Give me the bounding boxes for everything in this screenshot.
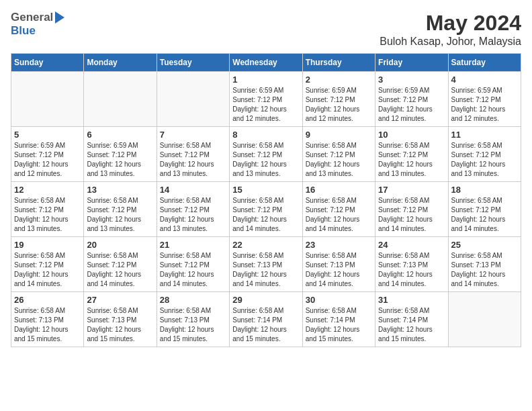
calendar-cell <box>84 72 157 127</box>
weekday-header: Friday <box>375 54 448 72</box>
day-number: 8 <box>232 130 299 140</box>
day-info: Sunrise: 6:59 AM Sunset: 7:12 PM Dayligh… <box>378 86 445 124</box>
day-info: Sunrise: 6:58 AM Sunset: 7:12 PM Dayligh… <box>378 141 445 179</box>
title-area: May 2024 Buloh Kasap, Johor, Malaysia <box>380 11 521 48</box>
day-number: 12 <box>14 185 81 195</box>
day-info: Sunrise: 6:58 AM Sunset: 7:13 PM Dayligh… <box>160 306 226 344</box>
day-info: Sunrise: 6:59 AM Sunset: 7:12 PM Dayligh… <box>14 141 81 179</box>
day-number: 23 <box>306 240 372 250</box>
calendar-week-row: 5Sunrise: 6:59 AM Sunset: 7:12 PM Daylig… <box>11 127 521 182</box>
day-info: Sunrise: 6:58 AM Sunset: 7:14 PM Dayligh… <box>378 306 445 344</box>
calendar-cell: 17Sunrise: 6:58 AM Sunset: 7:12 PM Dayli… <box>375 182 448 237</box>
month-title: May 2024 <box>380 11 521 36</box>
day-info: Sunrise: 6:58 AM Sunset: 7:12 PM Dayligh… <box>232 196 299 234</box>
calendar-cell: 25Sunrise: 6:58 AM Sunset: 7:13 PM Dayli… <box>448 237 521 292</box>
day-number: 22 <box>232 240 299 250</box>
day-number: 3 <box>378 75 445 85</box>
day-info: Sunrise: 6:58 AM Sunset: 7:13 PM Dayligh… <box>306 251 372 289</box>
calendar-cell: 10Sunrise: 6:58 AM Sunset: 7:12 PM Dayli… <box>375 127 448 182</box>
day-number: 10 <box>378 130 445 140</box>
calendar-cell: 6Sunrise: 6:59 AM Sunset: 7:12 PM Daylig… <box>84 127 157 182</box>
day-info: Sunrise: 6:58 AM Sunset: 7:12 PM Dayligh… <box>14 196 81 234</box>
calendar-cell: 8Sunrise: 6:58 AM Sunset: 7:12 PM Daylig… <box>230 127 302 182</box>
calendar-cell: 16Sunrise: 6:58 AM Sunset: 7:12 PM Dayli… <box>302 182 375 237</box>
calendar-cell: 29Sunrise: 6:58 AM Sunset: 7:14 PM Dayli… <box>230 292 302 347</box>
day-number: 6 <box>87 130 153 140</box>
calendar-week-row: 12Sunrise: 6:58 AM Sunset: 7:12 PM Dayli… <box>11 182 521 237</box>
day-info: Sunrise: 6:59 AM Sunset: 7:12 PM Dayligh… <box>87 141 153 179</box>
day-info: Sunrise: 6:58 AM Sunset: 7:12 PM Dayligh… <box>451 141 518 179</box>
day-info: Sunrise: 6:58 AM Sunset: 7:12 PM Dayligh… <box>160 251 226 289</box>
logo-blue: Blue <box>11 24 36 38</box>
weekday-header: Wednesday <box>230 54 302 72</box>
day-number: 21 <box>160 240 226 250</box>
day-number: 5 <box>14 130 81 140</box>
calendar-cell: 1Sunrise: 6:59 AM Sunset: 7:12 PM Daylig… <box>230 72 302 127</box>
calendar-cell: 11Sunrise: 6:58 AM Sunset: 7:12 PM Dayli… <box>448 127 521 182</box>
day-number: 14 <box>160 185 226 195</box>
day-number: 19 <box>14 240 81 250</box>
calendar-cell: 19Sunrise: 6:58 AM Sunset: 7:12 PM Dayli… <box>11 237 84 292</box>
day-info: Sunrise: 6:58 AM Sunset: 7:12 PM Dayligh… <box>160 196 226 234</box>
calendar-cell: 24Sunrise: 6:58 AM Sunset: 7:13 PM Dayli… <box>375 237 448 292</box>
day-info: Sunrise: 6:59 AM Sunset: 7:12 PM Dayligh… <box>232 86 299 124</box>
day-info: Sunrise: 6:58 AM Sunset: 7:12 PM Dayligh… <box>451 196 518 234</box>
calendar-cell: 30Sunrise: 6:58 AM Sunset: 7:14 PM Dayli… <box>302 292 375 347</box>
day-number: 15 <box>232 185 299 195</box>
calendar-cell <box>157 72 229 127</box>
calendar-cell: 4Sunrise: 6:59 AM Sunset: 7:12 PM Daylig… <box>448 72 521 127</box>
calendar-header-row: SundayMondayTuesdayWednesdayThursdayFrid… <box>11 54 521 72</box>
day-number: 16 <box>306 185 372 195</box>
logo-icon <box>55 11 64 24</box>
calendar-week-row: 19Sunrise: 6:58 AM Sunset: 7:12 PM Dayli… <box>11 237 521 292</box>
calendar-cell: 12Sunrise: 6:58 AM Sunset: 7:12 PM Dayli… <box>11 182 84 237</box>
day-info: Sunrise: 6:59 AM Sunset: 7:12 PM Dayligh… <box>451 86 518 124</box>
calendar-week-row: 26Sunrise: 6:58 AM Sunset: 7:13 PM Dayli… <box>11 292 521 347</box>
day-info: Sunrise: 6:58 AM Sunset: 7:13 PM Dayligh… <box>87 306 153 344</box>
calendar-cell: 22Sunrise: 6:58 AM Sunset: 7:13 PM Dayli… <box>230 237 302 292</box>
day-number: 4 <box>451 75 518 85</box>
day-number: 18 <box>451 185 518 195</box>
day-number: 20 <box>87 240 153 250</box>
weekday-header: Monday <box>84 54 157 72</box>
day-number: 1 <box>232 75 299 85</box>
day-info: Sunrise: 6:59 AM Sunset: 7:12 PM Dayligh… <box>306 86 372 124</box>
calendar-cell: 7Sunrise: 6:58 AM Sunset: 7:12 PM Daylig… <box>157 127 229 182</box>
calendar-cell: 23Sunrise: 6:58 AM Sunset: 7:13 PM Dayli… <box>302 237 375 292</box>
day-number: 9 <box>306 130 372 140</box>
day-number: 24 <box>378 240 445 250</box>
calendar-cell: 2Sunrise: 6:59 AM Sunset: 7:12 PM Daylig… <box>302 72 375 127</box>
day-info: Sunrise: 6:58 AM Sunset: 7:14 PM Dayligh… <box>232 306 299 344</box>
day-info: Sunrise: 6:58 AM Sunset: 7:13 PM Dayligh… <box>451 251 518 289</box>
day-info: Sunrise: 6:58 AM Sunset: 7:12 PM Dayligh… <box>378 196 445 234</box>
day-info: Sunrise: 6:58 AM Sunset: 7:12 PM Dayligh… <box>232 141 299 179</box>
calendar-cell: 27Sunrise: 6:58 AM Sunset: 7:13 PM Dayli… <box>84 292 157 347</box>
day-info: Sunrise: 6:58 AM Sunset: 7:12 PM Dayligh… <box>14 251 81 289</box>
day-number: 17 <box>378 185 445 195</box>
day-number: 11 <box>451 130 518 140</box>
weekday-header: Saturday <box>448 54 521 72</box>
day-info: Sunrise: 6:58 AM Sunset: 7:13 PM Dayligh… <box>14 306 81 344</box>
day-number: 27 <box>87 295 153 305</box>
day-number: 2 <box>306 75 372 85</box>
calendar-cell: 9Sunrise: 6:58 AM Sunset: 7:12 PM Daylig… <box>302 127 375 182</box>
day-number: 13 <box>87 185 153 195</box>
calendar-cell: 14Sunrise: 6:58 AM Sunset: 7:12 PM Dayli… <box>157 182 229 237</box>
page-header: General Blue May 2024 Buloh Kasap, Johor… <box>11 11 521 48</box>
calendar-cell <box>448 292 521 347</box>
calendar-cell: 3Sunrise: 6:59 AM Sunset: 7:12 PM Daylig… <box>375 72 448 127</box>
day-number: 31 <box>378 295 445 305</box>
day-info: Sunrise: 6:58 AM Sunset: 7:12 PM Dayligh… <box>87 196 153 234</box>
day-info: Sunrise: 6:58 AM Sunset: 7:12 PM Dayligh… <box>306 196 372 234</box>
day-info: Sunrise: 6:58 AM Sunset: 7:12 PM Dayligh… <box>87 251 153 289</box>
calendar-cell: 21Sunrise: 6:58 AM Sunset: 7:12 PM Dayli… <box>157 237 229 292</box>
logo-general: General <box>11 11 53 24</box>
calendar-cell: 15Sunrise: 6:58 AM Sunset: 7:12 PM Dayli… <box>230 182 302 237</box>
day-number: 29 <box>232 295 299 305</box>
calendar-cell: 13Sunrise: 6:58 AM Sunset: 7:12 PM Dayli… <box>84 182 157 237</box>
day-info: Sunrise: 6:58 AM Sunset: 7:14 PM Dayligh… <box>306 306 372 344</box>
calendar-week-row: 1Sunrise: 6:59 AM Sunset: 7:12 PM Daylig… <box>11 72 521 127</box>
weekday-header: Tuesday <box>157 54 229 72</box>
day-info: Sunrise: 6:58 AM Sunset: 7:12 PM Dayligh… <box>306 141 372 179</box>
calendar-cell: 31Sunrise: 6:58 AM Sunset: 7:14 PM Dayli… <box>375 292 448 347</box>
